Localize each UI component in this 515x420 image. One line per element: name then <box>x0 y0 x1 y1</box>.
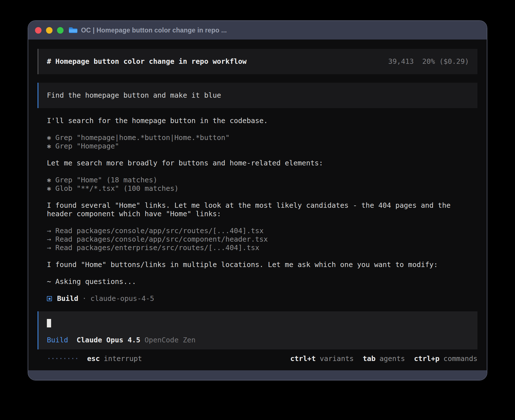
input-provider-name: OpenCode Zen <box>145 336 196 344</box>
shortcut-commands: ctrl+p commands <box>414 355 477 363</box>
window-titlebar[interactable]: OC | Homepage button color change in rep… <box>28 21 487 40</box>
tool-call-read: → Read packages/console/app/src/componen… <box>47 235 478 244</box>
window-bottom-strip <box>28 370 487 380</box>
tool-call-read: → Read packages/enterprise/src/routes/[.… <box>47 244 478 252</box>
tool-call-grep: ✱ Grep "Homepage" <box>47 142 478 150</box>
input-model-name[interactable]: Claude Opus 4.5 <box>77 336 140 344</box>
status-left: ········ esc interrupt <box>47 355 142 363</box>
tool-call-grep: ✱ Grep "Home" (18 matches) <box>47 176 478 184</box>
minimize-window-button[interactable] <box>46 27 53 34</box>
session-stats: 39,413 20% ($0.29) <box>388 57 469 66</box>
session-header: # Homepage button color change in repo w… <box>38 49 477 74</box>
agent-name: Build <box>57 294 78 303</box>
status-shortcuts: ctrl+t variants tab agents ctrl+p comman… <box>290 355 477 363</box>
agent-model: claude-opus-4-5 <box>90 294 154 303</box>
assistant-text: I found "Home" buttons/links in multiple… <box>47 261 478 269</box>
zoom-window-button[interactable] <box>57 27 64 34</box>
assistant-text: I found several "Home" links. Let me loo… <box>47 201 478 218</box>
text-cursor <box>47 319 51 327</box>
input-agent-mode[interactable]: Build <box>47 336 68 344</box>
shortcut-variants: ctrl+t variants <box>290 355 354 363</box>
shortcut-key: ctrl+t <box>290 355 316 363</box>
prompt-input[interactable]: Build Claude Opus 4.5 OpenCode Zen <box>38 311 477 349</box>
terminal-window: OC | Homepage button color change in rep… <box>28 20 487 380</box>
token-count: 39,413 <box>388 57 414 66</box>
tool-call-read: → Read packages/console/app/src/routes/[… <box>47 227 478 235</box>
traffic-lights <box>35 27 64 34</box>
tool-call-grep: ✱ Grep "homepage|home.*button|Home.*butt… <box>47 134 478 142</box>
close-window-button[interactable] <box>35 27 42 34</box>
separator-dot: · <box>82 294 86 303</box>
context-cost: 20% ($0.29) <box>422 57 469 66</box>
esc-key-action: interrupt <box>104 355 142 363</box>
status-bar: ········ esc interrupt ctrl+t variants t… <box>47 355 477 363</box>
agent-build-icon <box>47 296 52 301</box>
session-title: # Homepage button color change in repo w… <box>47 57 246 66</box>
input-meta-row: Build Claude Opus 4.5 OpenCode Zen <box>47 336 469 344</box>
assistant-transcript: I'll search for the homepage button in t… <box>47 117 478 286</box>
shortcut-label: commands <box>444 355 477 363</box>
esc-key-hint: esc <box>87 355 100 363</box>
shortcut-label: variants <box>320 355 353 363</box>
assistant-status-text: ~ Asking questions... <box>47 277 478 286</box>
shortcut-agents: tab agents <box>363 355 405 363</box>
shortcut-key: tab <box>363 355 376 363</box>
folder-icon <box>69 27 78 34</box>
assistant-text: Let me search more broadly for buttons a… <box>47 159 478 167</box>
agent-status-line: Build · claude-opus-4-5 <box>47 294 477 303</box>
assistant-text: I'll search for the homepage button in t… <box>47 117 478 125</box>
user-message-text: Find the homepage button and make it blu… <box>47 91 221 99</box>
shortcut-label: agents <box>379 355 405 363</box>
user-message: Find the homepage button and make it blu… <box>38 83 477 108</box>
window-title: OC | Homepage button color change in rep… <box>81 27 227 34</box>
tool-call-glob: ✱ Glob "**/*.tsx" (100 matches) <box>47 184 478 193</box>
terminal-content: # Homepage button color change in repo w… <box>28 40 487 370</box>
working-spinner-dots: ········ <box>47 355 78 363</box>
shortcut-key: ctrl+p <box>414 355 439 363</box>
